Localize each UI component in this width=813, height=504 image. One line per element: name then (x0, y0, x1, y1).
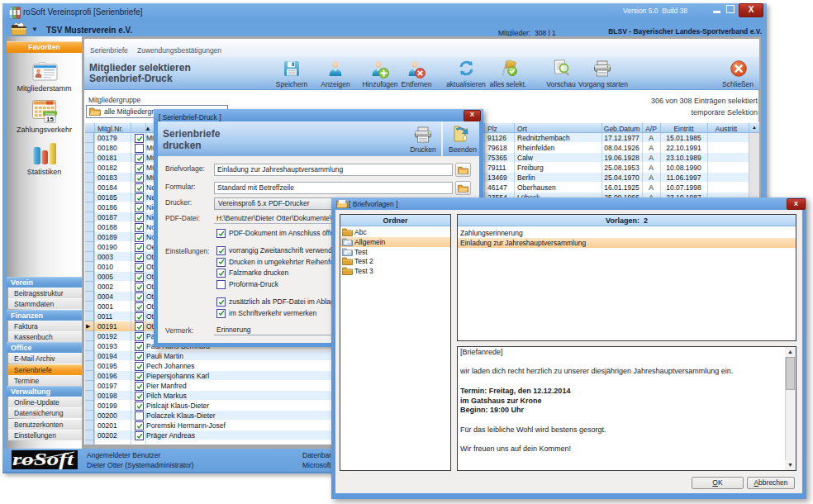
svg-text:roSoft: roSoft (12, 450, 75, 469)
svg-text:15: 15 (46, 116, 54, 123)
svg-text:Freitag: Freitag (45, 112, 55, 116)
